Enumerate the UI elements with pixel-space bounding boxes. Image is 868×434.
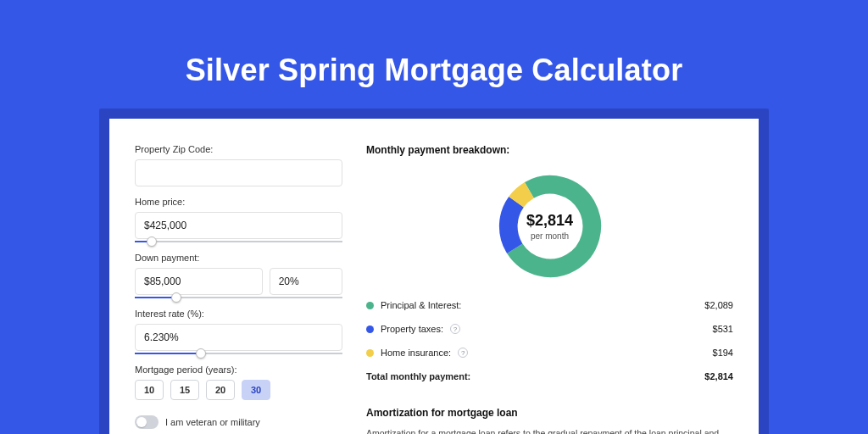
down-slider[interactable]	[135, 297, 342, 298]
legend-value: $531	[713, 324, 733, 334]
legend-dot	[366, 349, 374, 357]
veteran-label: I am veteran or military	[165, 417, 260, 427]
info-icon[interactable]: ?	[458, 348, 468, 358]
rate-slider[interactable]	[135, 353, 342, 354]
period-pill-10[interactable]: 10	[135, 380, 164, 400]
legend-label: Principal & Interest:	[381, 300, 461, 310]
legend-row: Home insurance:?$194	[366, 341, 733, 364]
legend-dot	[366, 326, 374, 333]
calculator-card: Property Zip Code: Home price: Down paym…	[109, 119, 759, 434]
breakdown-title: Monthly payment breakdown:	[366, 144, 733, 156]
zip-label: Property Zip Code:	[135, 144, 342, 154]
total-label: Total monthly payment:	[366, 371, 470, 381]
veteran-toggle-knob	[136, 417, 147, 427]
period-pills: 10152030	[135, 380, 342, 400]
amort-text: Amortization for a mortgage loan refers …	[366, 427, 733, 434]
price-input[interactable]	[135, 212, 342, 239]
zip-input[interactable]	[135, 159, 342, 186]
breakdown-donut: $2,814 per month	[495, 171, 605, 281]
legend-row: Property taxes:?$531	[366, 317, 733, 341]
zip-field: Property Zip Code:	[135, 144, 342, 186]
down-amount-input[interactable]	[135, 268, 263, 295]
price-field: Home price:	[135, 197, 342, 242]
inputs-column: Property Zip Code: Home price: Down paym…	[135, 144, 342, 434]
legend-value: $2,089	[704, 300, 733, 310]
price-slider[interactable]	[135, 241, 342, 242]
legend-value: $194	[713, 348, 733, 358]
donut-center: $2,814 per month	[495, 171, 605, 281]
page-title: Silver Spring Mortgage Calculator	[0, 0, 868, 108]
legend-label: Property taxes:	[381, 324, 443, 334]
donut-sublabel: per month	[531, 231, 569, 241]
legend-list: Principal & Interest:$2,089Property taxe…	[366, 293, 733, 364]
total-value: $2,814	[704, 371, 733, 381]
period-field: Mortgage period (years): 10152030	[135, 364, 342, 400]
donut-wrap: $2,814 per month	[366, 168, 733, 293]
legend-dot	[366, 302, 374, 309]
breakdown-column: Monthly payment breakdown: $2,814 per mo…	[366, 144, 733, 434]
veteran-row: I am veteran or military	[135, 415, 342, 429]
period-label: Mortgage period (years):	[135, 364, 342, 375]
rate-slider-thumb[interactable]	[196, 348, 206, 359]
legend-row: Principal & Interest:$2,089	[366, 293, 733, 317]
card-outer: Property Zip Code: Home price: Down paym…	[99, 108, 769, 434]
price-label: Home price:	[135, 197, 342, 207]
price-slider-thumb[interactable]	[147, 236, 157, 247]
rate-input[interactable]	[135, 324, 342, 351]
down-slider-thumb[interactable]	[171, 292, 181, 303]
down-field: Down payment:	[135, 253, 342, 298]
period-pill-15[interactable]: 15	[170, 380, 199, 400]
legend-total-row: Total monthly payment: $2,814	[366, 364, 733, 388]
down-label: Down payment:	[135, 253, 342, 263]
down-slider-fill	[135, 297, 176, 298]
period-pill-30[interactable]: 30	[242, 380, 270, 400]
rate-slider-fill	[135, 353, 201, 354]
legend-label: Home insurance:	[381, 348, 451, 358]
veteran-toggle[interactable]	[135, 415, 159, 429]
amort-title: Amortization for mortgage loan	[366, 407, 733, 419]
down-percent-input[interactable]	[270, 268, 342, 295]
donut-amount: $2,814	[526, 212, 573, 230]
rate-label: Interest rate (%):	[135, 309, 342, 319]
info-icon[interactable]: ?	[450, 324, 460, 334]
period-pill-20[interactable]: 20	[206, 380, 235, 400]
rate-field: Interest rate (%):	[135, 309, 342, 354]
